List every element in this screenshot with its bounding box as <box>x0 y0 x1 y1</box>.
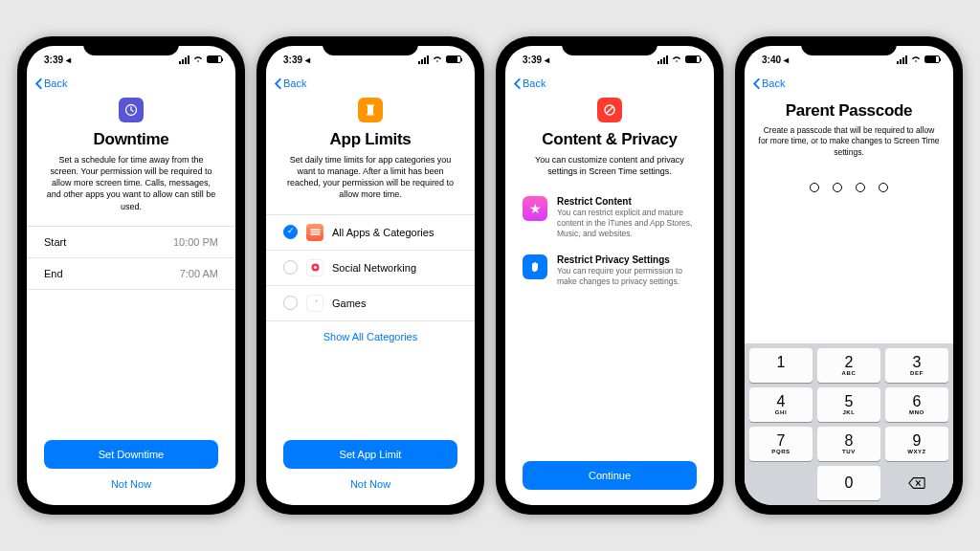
all-apps-icon <box>306 224 323 241</box>
battery-icon <box>207 55 222 63</box>
back-label: Back <box>523 77 546 89</box>
start-value: 10:00 PM <box>173 236 218 248</box>
signal-icon <box>179 55 189 64</box>
category-all[interactable]: All Apps & Categories <box>266 214 475 251</box>
back-label: Back <box>44 77 67 89</box>
key-2[interactable]: 2ABC <box>817 348 880 383</box>
key-blank <box>749 466 813 500</box>
chevron-left-icon <box>34 78 42 89</box>
radio-games[interactable] <box>283 296 298 310</box>
games-icon <box>306 295 323 312</box>
chevron-left-icon <box>752 78 760 89</box>
wifi-icon <box>911 55 921 63</box>
feature-restrict-privacy: Restrict Privacy Settings You can requir… <box>523 249 697 297</box>
back-button[interactable]: Back <box>274 77 306 89</box>
passcode-dot <box>810 183 819 192</box>
key-delete[interactable] <box>885 466 948 500</box>
svg-point-5 <box>313 266 316 269</box>
feature-heading: Restrict Privacy Settings <box>557 254 697 265</box>
notch <box>801 36 897 55</box>
feature-restrict-content: ★ Restrict Content You can restrict expl… <box>523 190 697 249</box>
page-description: Create a passcode that will be required … <box>758 125 940 158</box>
passcode-dot <box>856 183 865 192</box>
key-5[interactable]: 5JKL <box>817 387 880 422</box>
page-description: Set daily time limits for app categories… <box>283 154 457 201</box>
not-now-link[interactable]: Not Now <box>44 474 218 496</box>
key-7[interactable]: 7PQRS <box>749 427 813 461</box>
star-icon: ★ <box>523 196 547 221</box>
svg-rect-2 <box>367 104 374 105</box>
back-button[interactable]: Back <box>513 77 546 89</box>
feature-heading: Restrict Content <box>557 196 697 207</box>
radio-all-selected[interactable] <box>283 225 298 239</box>
status-time: 3:39 ◂ <box>44 55 71 65</box>
chevron-left-icon <box>274 78 281 89</box>
status-time: 3:39 ◂ <box>523 55 549 65</box>
continue-button[interactable]: Continue <box>523 461 697 490</box>
phone-downtime: 3:39 ◂ Back Downtime Set a schedule for … <box>17 36 245 515</box>
passcode-dot <box>879 183 888 192</box>
end-value: 7:00 AM <box>180 268 218 279</box>
battery-icon <box>446 55 461 63</box>
status-time: 3:40 ◂ <box>762 55 789 65</box>
page-title: Downtime <box>44 130 218 149</box>
backspace-icon <box>908 476 925 490</box>
key-9[interactable]: 9WXYZ <box>885 427 948 461</box>
category-social[interactable]: Social Networking <box>266 251 475 286</box>
numeric-keypad: 1 2ABC 3DEF 4GHI 5JKL 6MNO 7PQRS 8TUV 9W… <box>745 343 953 505</box>
wifi-icon <box>433 55 442 63</box>
wifi-icon <box>193 55 203 63</box>
hand-icon <box>523 254 547 279</box>
back-label: Back <box>283 77 306 89</box>
start-label: Start <box>44 236 66 248</box>
key-1[interactable]: 1 <box>749 348 813 383</box>
downtime-icon <box>119 98 144 122</box>
phone-parent-passcode: 3:40 ◂ Back Parent Passcode Create a pas… <box>735 36 963 515</box>
svg-rect-3 <box>367 114 374 115</box>
passcode-dot <box>833 183 842 192</box>
wifi-icon <box>672 55 681 63</box>
category-label: Social Networking <box>332 262 416 274</box>
feature-desc: You can restrict explicit and mature con… <box>557 208 697 239</box>
signal-icon <box>657 55 668 64</box>
set-app-limit-button[interactable]: Set App Limit <box>283 440 457 469</box>
content-privacy-icon <box>597 98 622 122</box>
key-8[interactable]: 8TUV <box>817 427 880 461</box>
notch <box>562 36 657 55</box>
battery-icon <box>685 55 701 63</box>
signal-icon <box>418 55 429 64</box>
notch <box>323 36 418 55</box>
category-label: All Apps & Categories <box>332 227 434 238</box>
radio-social[interactable] <box>283 260 298 275</box>
end-time-row[interactable]: End 7:00 AM <box>27 258 235 290</box>
show-all-categories-link[interactable]: Show All Categories <box>283 321 457 352</box>
key-6[interactable]: 6MNO <box>885 387 948 422</box>
chevron-left-icon <box>513 78 521 89</box>
category-games[interactable]: Games <box>266 286 475 321</box>
not-now-link[interactable]: Not Now <box>283 474 457 496</box>
key-0[interactable]: 0 <box>817 466 880 500</box>
page-title: App Limits <box>283 130 457 149</box>
feature-desc: You can require your permission to make … <box>557 266 697 287</box>
back-button[interactable]: Back <box>34 77 67 89</box>
svg-rect-1 <box>368 105 373 115</box>
page-title: Content & Privacy <box>523 130 697 149</box>
social-icon <box>306 259 323 276</box>
set-downtime-button[interactable]: Set Downtime <box>44 440 218 469</box>
end-label: End <box>44 268 63 279</box>
battery-icon <box>924 55 940 63</box>
phone-content-privacy: 3:39 ◂ Back Content & Privacy You can cu… <box>496 36 724 515</box>
status-time: 3:39 ◂ <box>283 55 310 65</box>
key-4[interactable]: 4GHI <box>749 387 813 422</box>
notch <box>83 36 179 55</box>
start-time-row[interactable]: Start 10:00 PM <box>27 227 235 258</box>
category-label: Games <box>332 298 366 309</box>
signal-icon <box>897 55 907 64</box>
back-button[interactable]: Back <box>752 77 785 89</box>
back-label: Back <box>762 77 785 89</box>
phone-app-limits: 3:39 ◂ Back App Limits Set daily time li… <box>256 36 484 515</box>
key-3[interactable]: 3DEF <box>885 348 948 383</box>
page-description: Set a schedule for time away from the sc… <box>44 154 218 212</box>
passcode-dots <box>758 183 940 192</box>
page-title: Parent Passcode <box>758 101 940 121</box>
